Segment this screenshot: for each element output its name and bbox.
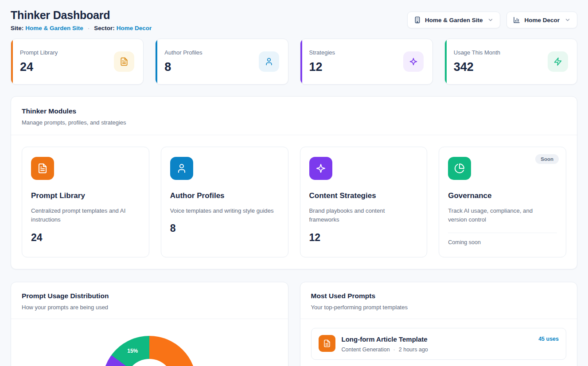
panel-header: Prompt Usage Distribution How your promp… bbox=[11, 282, 288, 319]
module-card-author-profiles[interactable]: Author Profiles Voice templates and writ… bbox=[161, 147, 288, 257]
stat-label: Usage This Month bbox=[454, 49, 500, 56]
stat-card-usage: Usage This Month 342 bbox=[444, 39, 577, 85]
stat-value: 12 bbox=[309, 60, 335, 74]
stat-value: 342 bbox=[454, 60, 500, 74]
modules-header: Thinker Modules Manage prompts, profiles… bbox=[11, 97, 577, 135]
section-title: Thinker Modules bbox=[22, 107, 566, 115]
panel-header: Most Used Prompts Your top-performing pr… bbox=[300, 282, 577, 319]
stat-label: Strategies bbox=[309, 49, 335, 56]
soon-badge: Soon bbox=[535, 154, 559, 164]
prompt-list: Long-form Article Template Content Gener… bbox=[300, 319, 577, 366]
site-label: Site: bbox=[11, 25, 23, 31]
module-description: Brand playbooks and content frameworks bbox=[309, 206, 413, 225]
usage-distribution-panel: Prompt Usage Distribution How your promp… bbox=[11, 282, 288, 366]
module-title: Governance bbox=[448, 191, 557, 200]
header-selectors: Home & Garden Site Home Decor bbox=[407, 12, 577, 28]
chevron-down-icon bbox=[487, 17, 494, 23]
module-count: 8 bbox=[170, 222, 279, 234]
section-subtitle: Manage prompts, profiles, and strategies bbox=[22, 119, 566, 126]
sector-label: Sector: bbox=[94, 25, 115, 31]
site-link[interactable]: Home & Garden Site bbox=[25, 25, 83, 31]
lightning-icon bbox=[548, 51, 568, 72]
file-text-icon bbox=[31, 157, 54, 180]
module-count: 24 bbox=[31, 232, 140, 244]
divider bbox=[448, 233, 557, 233]
page-title: Thinker Dashboard bbox=[11, 9, 152, 22]
module-description: Track AI usage, compliance, and version … bbox=[448, 206, 552, 225]
sector-selector[interactable]: Home Decor bbox=[506, 12, 577, 28]
uses-badge: 45 uses bbox=[538, 336, 559, 342]
stat-card-prompt-library: Prompt Library 24 bbox=[11, 39, 144, 85]
stat-text: Usage This Month 342 bbox=[454, 49, 500, 74]
module-count: 12 bbox=[309, 232, 418, 244]
stat-text: Prompt Library 24 bbox=[20, 49, 58, 74]
building-icon bbox=[414, 16, 421, 23]
user-icon bbox=[170, 157, 193, 180]
modules-grid: Prompt Library Centralized prompt templa… bbox=[11, 135, 577, 269]
breadcrumb: Site:Home & Garden Site·Sector:Home Deco… bbox=[11, 25, 152, 31]
prompt-time: 2 hours ago bbox=[399, 347, 428, 353]
header: Thinker Dashboard Site:Home & Garden Sit… bbox=[11, 9, 577, 31]
prompt-category: Content Generation bbox=[342, 347, 390, 353]
sparkles-icon bbox=[309, 157, 332, 180]
module-card-prompt-library[interactable]: Prompt Library Centralized prompt templa… bbox=[22, 147, 149, 257]
stat-text: Strategies 12 bbox=[309, 49, 335, 74]
module-card-governance[interactable]: Soon Governance Track AI usage, complian… bbox=[439, 147, 566, 257]
user-icon bbox=[259, 51, 279, 72]
prompt-title: Long-form Article Template bbox=[342, 335, 428, 343]
module-card-content-strategies[interactable]: Content Strategies Brand playbooks and c… bbox=[300, 147, 428, 257]
panel-subtitle: Your top-performing prompt templates bbox=[311, 304, 567, 311]
stat-card-strategies: Strategies 12 bbox=[300, 39, 433, 85]
prompt-meta: Content Generation·2 hours ago bbox=[342, 347, 428, 353]
site-selector[interactable]: Home & Garden Site bbox=[407, 12, 501, 28]
header-left: Thinker Dashboard Site:Home & Garden Sit… bbox=[11, 9, 152, 31]
donut-chart-area: 15% bbox=[11, 319, 288, 366]
donut-slice-label: 15% bbox=[127, 348, 138, 354]
separator-dot: · bbox=[393, 347, 395, 353]
stat-text: Author Profiles 8 bbox=[164, 49, 202, 74]
stat-label: Author Profiles bbox=[164, 49, 202, 56]
modules-section: Thinker Modules Manage prompts, profiles… bbox=[11, 96, 577, 269]
sparkles-icon bbox=[403, 51, 424, 72]
sector-link[interactable]: Home Decor bbox=[117, 25, 152, 31]
most-used-prompts-panel: Most Used Prompts Your top-performing pr… bbox=[300, 282, 578, 366]
module-title: Author Profiles bbox=[170, 191, 279, 200]
panel-subtitle: How your prompts are being used bbox=[22, 304, 277, 311]
module-description: Voice templates and writing style guides bbox=[170, 206, 274, 215]
list-item[interactable]: Long-form Article Template Content Gener… bbox=[311, 328, 567, 360]
panel-title: Most Used Prompts bbox=[311, 292, 567, 300]
chevron-down-icon bbox=[565, 17, 571, 23]
site-selector-label: Home & Garden Site bbox=[425, 17, 483, 23]
coming-soon-note: Coming soon bbox=[448, 239, 557, 245]
sector-selector-label: Home Decor bbox=[524, 17, 560, 23]
stat-value: 24 bbox=[20, 60, 58, 74]
stats-row: Prompt Library 24 Author Profiles 8 Stra… bbox=[11, 39, 577, 85]
stat-value: 8 bbox=[164, 60, 202, 74]
stat-label: Prompt Library bbox=[20, 49, 58, 56]
module-title: Content Strategies bbox=[309, 191, 418, 200]
module-title: Prompt Library bbox=[31, 191, 140, 200]
module-description: Centralized prompt templates and AI inst… bbox=[31, 206, 135, 225]
panel-title: Prompt Usage Distribution bbox=[22, 292, 277, 300]
stat-card-author-profiles: Author Profiles 8 bbox=[155, 39, 288, 85]
file-text-icon bbox=[114, 51, 134, 72]
usage-donut: 15% bbox=[102, 336, 196, 366]
prompt-item-text: Long-form Article Template Content Gener… bbox=[342, 335, 428, 353]
pie-chart-icon bbox=[448, 157, 471, 180]
file-text-icon bbox=[319, 335, 335, 352]
bar-chart-icon bbox=[513, 16, 520, 23]
bottom-panels: Prompt Usage Distribution How your promp… bbox=[11, 282, 577, 366]
dashboard-page: Thinker Dashboard Site:Home & Garden Sit… bbox=[0, 0, 588, 366]
separator-dot: · bbox=[88, 25, 90, 31]
